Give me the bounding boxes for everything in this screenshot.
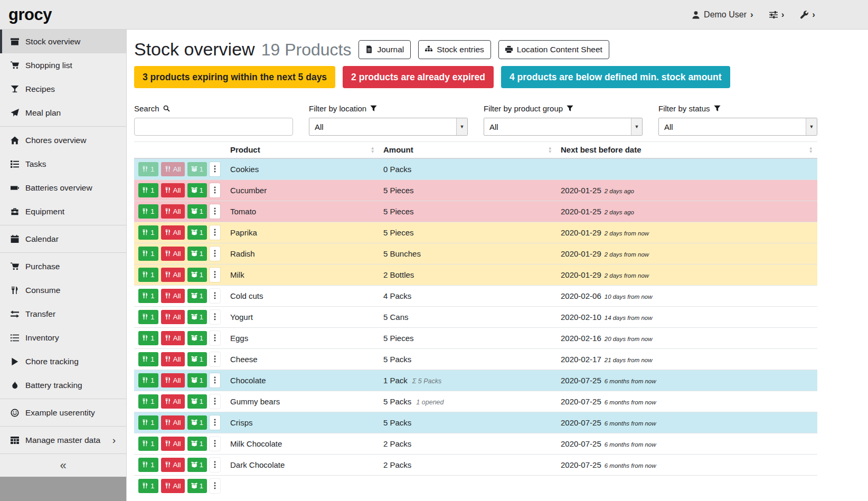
row-menu-button[interactable]: [210, 331, 220, 345]
open-one-button[interactable]: 1: [187, 183, 207, 197]
consume-all-button[interactable]: All: [161, 247, 185, 261]
sidebar-item-meal-plan[interactable]: Meal plan: [0, 101, 126, 125]
location-content-sheet-button[interactable]: Location Content Sheet: [498, 40, 609, 59]
row-menu-button[interactable]: [210, 204, 220, 219]
consume-all-button[interactable]: All: [161, 352, 185, 366]
row-menu-button[interactable]: [210, 310, 220, 324]
column-header-amount[interactable]: Amount▲▼: [379, 142, 556, 158]
ellipsis-vertical-icon: [211, 440, 219, 447]
open-one-button[interactable]: 1: [187, 289, 207, 303]
journal-button[interactable]: Journal: [358, 40, 411, 59]
row-menu-button[interactable]: [210, 225, 220, 240]
consume-one-button[interactable]: 1: [138, 162, 158, 176]
consume-one-button[interactable]: 1: [138, 394, 158, 409]
consume-all-button[interactable]: All: [161, 437, 185, 451]
consume-all-button[interactable]: All: [161, 183, 185, 197]
sidebar-item-battery-tracking[interactable]: Battery tracking: [0, 373, 126, 397]
row-menu-button[interactable]: [210, 162, 220, 176]
consume-one-button[interactable]: 1: [138, 479, 158, 493]
sidebar-item-transfer[interactable]: Transfer: [0, 302, 126, 326]
consume-all-button[interactable]: All: [161, 331, 185, 345]
product-group-select[interactable]: All▼: [484, 118, 643, 136]
open-one-button[interactable]: 1: [187, 352, 207, 366]
consume-one-button[interactable]: 1: [138, 310, 158, 324]
banner-expiring[interactable]: 3 products expiring within the next 5 da…: [134, 66, 335, 88]
consume-all-button[interactable]: All: [161, 458, 185, 472]
stock-entries-button[interactable]: Stock entries: [418, 40, 491, 59]
sidebar-item-chore-tracking[interactable]: Chore tracking: [0, 349, 126, 373]
sidebar-item-batteries-overview[interactable]: Batteries overview: [0, 176, 126, 200]
row-menu-button[interactable]: [210, 352, 220, 366]
open-one-button[interactable]: 1: [187, 458, 207, 472]
consume-all-button[interactable]: All: [161, 373, 185, 387]
row-menu-button[interactable]: [210, 394, 220, 409]
consume-all-button[interactable]: All: [161, 415, 185, 430]
row-menu-button[interactable]: [210, 247, 220, 261]
settings-menu[interactable]: ›: [769, 10, 785, 20]
sidebar-item-equipment[interactable]: Equipment: [0, 200, 126, 223]
open-one-button[interactable]: 1: [187, 204, 207, 219]
consume-all-button[interactable]: All: [161, 310, 185, 324]
consume-one-button[interactable]: 1: [138, 268, 158, 282]
consume-one-button[interactable]: 1: [138, 415, 158, 430]
row-menu-button[interactable]: [210, 437, 220, 451]
consume-one-button[interactable]: 1: [138, 289, 158, 303]
open-one-button[interactable]: 1: [187, 247, 207, 261]
consume-one-button[interactable]: 1: [138, 225, 158, 240]
open-one-button[interactable]: 1: [187, 415, 207, 430]
consume-one-button[interactable]: 1: [138, 331, 158, 345]
open-one-button[interactable]: 1: [187, 331, 207, 345]
consume-one-button[interactable]: 1: [138, 437, 158, 451]
sidebar-item-calendar[interactable]: Calendar: [0, 227, 126, 251]
row-menu-button[interactable]: [210, 479, 220, 493]
open-one-button[interactable]: 1: [187, 394, 207, 409]
consume-all-button[interactable]: All: [161, 289, 185, 303]
user-menu[interactable]: Demo User ›: [692, 10, 753, 20]
open-one-button[interactable]: 1: [187, 162, 207, 176]
sidebar-item-recipes[interactable]: Recipes: [0, 77, 126, 101]
consume-one-button[interactable]: 1: [138, 247, 158, 261]
consume-all-button[interactable]: All: [161, 268, 185, 282]
sidebar-item-inventory[interactable]: Inventory: [0, 326, 126, 349]
sidebar-collapse-button[interactable]: «: [0, 453, 126, 477]
location-select[interactable]: All▼: [309, 118, 468, 136]
open-one-button[interactable]: 1: [187, 268, 207, 282]
column-header-product[interactable]: Product▲▼: [226, 142, 379, 158]
row-menu-button[interactable]: [210, 183, 220, 197]
consume-all-button[interactable]: All: [161, 204, 185, 219]
sidebar-item-purchase[interactable]: Purchase: [0, 254, 126, 278]
sidebar-item-tasks[interactable]: Tasks: [0, 152, 126, 176]
consume-all-button[interactable]: All: [161, 225, 185, 240]
sidebar-item-consume[interactable]: Consume: [0, 278, 126, 302]
search-input[interactable]: [134, 118, 293, 136]
sidebar-item-manage-master-data[interactable]: Manage master data›: [0, 428, 126, 452]
open-one-button[interactable]: 1: [187, 479, 207, 493]
status-select[interactable]: All▼: [658, 118, 817, 136]
sidebar-item-chores-overview[interactable]: Chores overview: [0, 128, 126, 152]
row-menu-button[interactable]: [210, 458, 220, 472]
sidebar-item-stock-overview[interactable]: Stock overview: [0, 30, 126, 53]
open-one-button[interactable]: 1: [187, 437, 207, 451]
consume-all-button[interactable]: All: [161, 479, 185, 493]
open-one-button[interactable]: 1: [187, 225, 207, 240]
consume-one-button[interactable]: 1: [138, 352, 158, 366]
open-one-button[interactable]: 1: [187, 310, 207, 324]
banner-below-min-stock[interactable]: 4 products are below defined min. stock …: [501, 66, 730, 88]
consume-one-button[interactable]: 1: [138, 183, 158, 197]
open-one-button[interactable]: 1: [187, 373, 207, 387]
consume-one-button[interactable]: 1: [138, 373, 158, 387]
sidebar-item-shopping-list[interactable]: Shopping list: [0, 53, 126, 77]
banner-expired[interactable]: 2 products are already expired: [343, 66, 494, 88]
grocy-logo[interactable]: grocy: [8, 5, 52, 24]
row-menu-button[interactable]: [210, 268, 220, 282]
column-header-next-best-before-date[interactable]: Next best before date▲▼: [556, 142, 817, 158]
row-menu-button[interactable]: [210, 415, 220, 430]
row-menu-button[interactable]: [210, 373, 220, 387]
sidebar-item-example-userentity[interactable]: Example userentity: [0, 401, 126, 424]
consume-all-button[interactable]: All: [161, 394, 185, 409]
row-menu-button[interactable]: [210, 289, 220, 303]
consume-one-button[interactable]: 1: [138, 458, 158, 472]
admin-menu[interactable]: ›: [800, 10, 815, 20]
consume-one-button[interactable]: 1: [138, 204, 158, 219]
consume-all-button[interactable]: All: [161, 162, 185, 176]
